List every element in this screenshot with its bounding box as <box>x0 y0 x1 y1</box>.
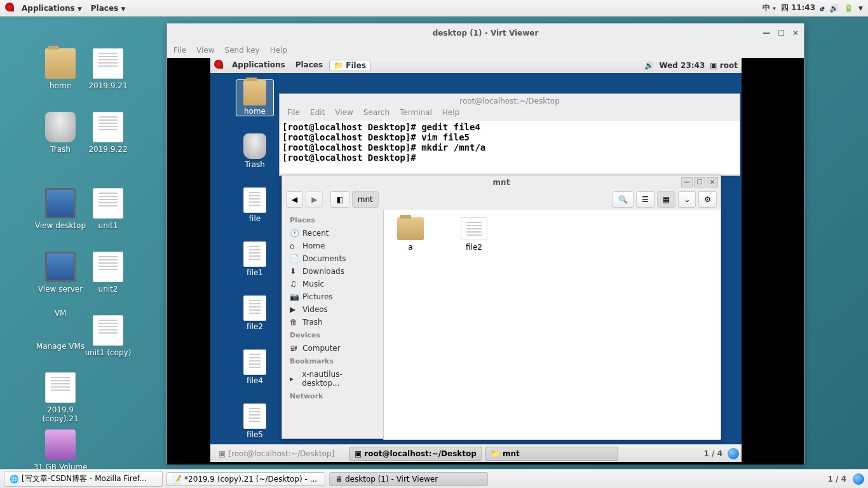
close-button[interactable]: ✕ <box>792 29 799 37</box>
file-manager-window: mnt — ☐ ✕ ◀ ▶ ◧ mnt 🔍 <box>281 175 721 439</box>
forward-button[interactable]: ▶ <box>306 191 323 208</box>
guest-icon-home[interactable]: home <box>236 79 274 116</box>
terminal-window: root@localhost:~/Desktop FileEditViewSea… <box>279 93 740 176</box>
term-menu-search[interactable]: Search <box>363 108 390 121</box>
fm-file-file2[interactable]: file2 <box>455 217 493 252</box>
task-virt-viewer[interactable]: 🖥 desktop (1) - Virt Viewer <box>329 472 488 486</box>
fm-section-devices: Devices <box>282 329 383 342</box>
list-view-button[interactable]: ☰ <box>636 191 654 208</box>
desktop-icon-unit2[interactable]: unit2 <box>76 252 140 294</box>
fm-sidebar-downloads[interactable]: ⬇Downloads <box>282 265 383 278</box>
fm-sidebar-pictures[interactable]: 📷Pictures <box>282 290 383 303</box>
volume-icon[interactable]: 🔊 <box>644 61 654 70</box>
task-firefox[interactable]: 🌐 [写文章-CSDN博客 - Mozilla Firef... <box>4 471 163 487</box>
maximize-button[interactable]: ☐ <box>778 29 785 37</box>
virt-menu-file[interactable]: File <box>173 46 186 55</box>
battery-icon[interactable]: 🔋 <box>844 4 853 13</box>
guest-files-button[interactable]: 📁 Files <box>329 60 370 71</box>
fm-content[interactable]: afile2 <box>384 210 721 440</box>
term-menu-view[interactable]: View <box>335 108 353 121</box>
show-desktop-button[interactable] <box>853 473 864 485</box>
redhat-icon <box>214 60 223 69</box>
user-menu[interactable]: ▼ <box>858 5 863 11</box>
guest-desktop[interactable]: Applications Places 📁 Files 🔊 Wed 23:43 … <box>210 58 742 462</box>
guest-icon-file[interactable]: file <box>236 187 274 223</box>
desktop-icon-2019-9-22[interactable]: 2019.9.22 <box>76 112 140 154</box>
applications-menu[interactable]: Applications ▼ <box>18 3 86 14</box>
fm-close[interactable]: ✕ <box>707 177 718 187</box>
minimize-button[interactable]: — <box>763 29 770 37</box>
fm-section-bookmarks: Bookmarks <box>282 355 383 368</box>
fm-sidebar-recent[interactable]: 🕐Recent <box>282 227 383 240</box>
guest-clock[interactable]: Wed 23:43 <box>659 61 705 70</box>
back-button[interactable]: ◀ <box>286 191 303 208</box>
guest-icon-file5[interactable]: file5 <box>236 403 274 439</box>
fm-file-a[interactable]: a <box>391 217 430 252</box>
guest-task-terminal-1[interactable]: ▣ [root@localhost:~/Desktop] <box>213 447 346 461</box>
fm-minimize[interactable]: — <box>681 177 693 187</box>
virt-menubar: FileViewSend keyHelp <box>167 43 804 58</box>
search-button[interactable]: 🔍 <box>613 191 634 208</box>
terminal-title[interactable]: root@localhost:~/Desktop <box>280 94 740 108</box>
term-menu-help[interactable]: Help <box>442 108 459 121</box>
desktop-icon-2019-9-copy-21[interactable]: 2019.9 (copy).21 <box>29 372 92 423</box>
virt-viewer-window: desktop (1) - Virt Viewer — ☐ ✕ FileView… <box>166 23 804 464</box>
guest-workspace[interactable]: 1 / 4 <box>704 449 722 458</box>
fm-sidebar-x-nautilus-desktop-[interactable]: ▸x-nautilus-desktop... <box>282 368 383 390</box>
fm-toolbar: ◀ ▶ ◧ mnt 🔍 ☰ ▦ ⌄ ⚙ <box>282 189 721 210</box>
virt-menu-view[interactable]: View <box>196 46 214 55</box>
grid-view-button[interactable]: ▦ <box>657 191 675 208</box>
term-menu-file[interactable]: File <box>287 108 300 121</box>
ime-indicator[interactable]: 中 ▾ <box>763 3 776 13</box>
task-gedit[interactable]: 📝 *2019.9 (copy).21 (~/Desktop) - ... <box>166 472 325 486</box>
desktop-icon-unit1-copy-[interactable]: unit1 (copy) <box>76 315 140 357</box>
fm-sidebar-home[interactable]: ⌂Home <box>282 240 383 252</box>
host-taskbar: 🌐 [写文章-CSDN博客 - Mozilla Firef... 📝 *2019… <box>0 469 868 488</box>
fm-titlebar[interactable]: mnt — ☐ ✕ <box>282 175 721 189</box>
guest-task-files[interactable]: 📁 mnt <box>485 447 618 461</box>
desktop-icon-31-GB-Volume[interactable]: 31 GB Volume <box>29 430 92 471</box>
guest-icon-Trash[interactable]: Trash <box>236 133 274 169</box>
fm-sidebar-computer[interactable]: 🖳Computer <box>282 342 383 355</box>
guest-icon-file1[interactable]: file1 <box>236 241 274 277</box>
virt-menu-help[interactable]: Help <box>270 46 287 55</box>
guest-desktop-area[interactable]: file5file4file2file1fileTrashhome root@l… <box>210 73 742 444</box>
fm-sidebar-videos[interactable]: ▶Videos <box>282 303 383 316</box>
wifi-icon[interactable]: ⸙ <box>820 4 824 13</box>
guest-top-panel: Applications Places 📁 Files 🔊 Wed 23:43 … <box>210 58 742 73</box>
fm-maximize[interactable]: ☐ <box>694 177 705 187</box>
redhat-icon <box>5 3 14 11</box>
guest-icon-file4[interactable]: file4 <box>236 349 274 385</box>
desktop-icon-unit1[interactable]: unit1 <box>76 188 140 230</box>
fm-section-network: Network <box>282 390 383 403</box>
window-title: desktop (1) - Virt Viewer <box>433 29 539 37</box>
terminal-body[interactable]: [root@localhost Desktop]# gedit file4 [r… <box>280 121 740 174</box>
clock[interactable]: 四 11:43 <box>781 3 815 13</box>
virt-menu-sendkey[interactable]: Send key <box>225 46 260 55</box>
term-menu-terminal[interactable]: Terminal <box>400 108 432 121</box>
fm-title: mnt <box>493 178 510 187</box>
fm-sidebar: Places🕐Recent⌂Home📄Documents⬇Downloads♫M… <box>282 210 384 440</box>
guest-icon-file2[interactable]: file2 <box>236 295 274 331</box>
guest-user[interactable]: ▣ root <box>710 61 738 70</box>
gear-button[interactable]: ⚙ <box>698 191 717 208</box>
workspace-indicator[interactable]: 1 / 4 <box>828 475 846 484</box>
guest-places-menu[interactable]: Places <box>292 60 327 71</box>
guest-applications-menu[interactable]: Applications <box>228 60 289 71</box>
view-options-button[interactable]: ⌄ <box>678 191 696 208</box>
path-root-icon[interactable]: ◧ <box>330 191 349 208</box>
host-top-panel: Applications ▼ Places ▼ 中 ▾ 四 11:43 ⸙ 🔊 … <box>0 0 868 17</box>
volume-icon[interactable]: 🔊 <box>829 4 839 13</box>
path-segment-mnt[interactable]: mnt <box>352 191 379 208</box>
window-titlebar[interactable]: desktop (1) - Virt Viewer — ☐ ✕ <box>167 24 804 43</box>
fm-sidebar-trash[interactable]: 🗑Trash <box>282 316 383 329</box>
fm-sidebar-documents[interactable]: 📄Documents <box>282 252 383 265</box>
guest-task-terminal-2[interactable]: ▣ root@localhost:~/Desktop <box>349 447 482 461</box>
places-menu[interactable]: Places ▼ <box>87 3 130 14</box>
fm-section-places: Places <box>282 214 383 227</box>
fm-sidebar-music[interactable]: ♫Music <box>282 278 383 290</box>
term-menu-edit[interactable]: Edit <box>310 108 325 121</box>
desktop-icon-2019-9-21[interactable]: 2019.9.21 <box>76 48 140 90</box>
show-desktop-button[interactable] <box>728 448 739 459</box>
terminal-menubar: FileEditViewSearchTerminalHelp <box>280 108 740 121</box>
